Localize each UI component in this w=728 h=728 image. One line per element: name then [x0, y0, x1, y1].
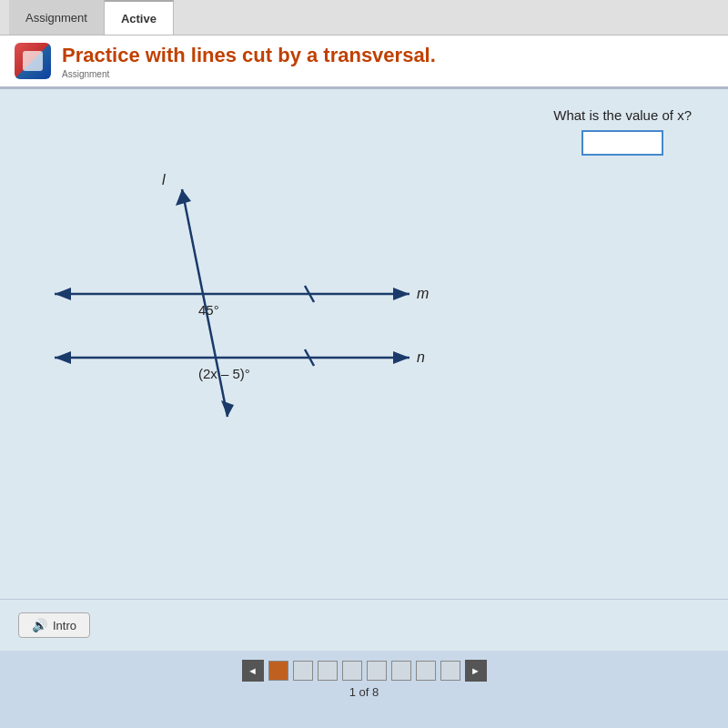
nav-prev-icon: ◄ — [248, 665, 258, 676]
question-area: What is the value of x? l — [0, 89, 728, 599]
nav-dot-8[interactable] — [440, 661, 460, 681]
svg-marker-8 — [55, 351, 71, 364]
tab-assignment-label: Assignment — [25, 11, 87, 25]
tab-assignment[interactable]: Assignment — [9, 0, 105, 35]
page-indicator: 1 of 8 — [349, 685, 379, 706]
question-text: What is the value of x? — [553, 107, 692, 123]
answer-input-box[interactable] — [581, 130, 663, 156]
line-l-label: l — [162, 172, 166, 187]
intro-button[interactable]: 🔊 Intro — [18, 612, 90, 638]
diagram-container: l m n 45° (2x – 5)° — [27, 116, 500, 462]
svg-marker-4 — [55, 288, 71, 300]
svg-marker-1 — [176, 189, 191, 206]
intro-button-label: Intro — [53, 619, 76, 632]
speaker-icon: 🔊 — [32, 618, 47, 632]
assignment-label: Assignment — [62, 69, 436, 79]
nav-dot-3[interactable] — [318, 661, 338, 681]
nav-prev-button[interactable]: ◄ — [242, 660, 264, 682]
svg-marker-9 — [393, 351, 410, 364]
tab-bar: Assignment Active — [0, 0, 728, 35]
nav-dot-5[interactable] — [367, 661, 387, 681]
nav-dot-1[interactable] — [268, 661, 288, 681]
angle2-label: (2x – 5)° — [198, 366, 250, 381]
nav-dot-7[interactable] — [416, 661, 436, 681]
svg-marker-5 — [393, 288, 410, 300]
question-box: What is the value of x? — [553, 107, 692, 159]
nav-next-icon: ► — [470, 665, 480, 676]
line-m-label: m — [417, 286, 429, 301]
assignment-icon — [15, 43, 51, 79]
nav-dot-2[interactable] — [293, 661, 313, 681]
nav-bar: ◄ ► 1 of 8 — [0, 651, 728, 715]
nav-dot-6[interactable] — [391, 661, 411, 681]
bottom-bar: 🔊 Intro — [0, 599, 728, 651]
nav-dot-4[interactable] — [342, 661, 362, 681]
svg-marker-2 — [221, 400, 234, 417]
assignment-header: Practice with lines cut by a transversal… — [0, 35, 728, 89]
tab-active[interactable]: Active — [105, 0, 174, 35]
line-n-label: n — [417, 349, 425, 365]
angle1-label: 45° — [198, 302, 219, 318]
page-title: Practice with lines cut by a transversal… — [62, 44, 436, 67]
geometry-diagram: l m n 45° (2x – 5)° — [27, 116, 500, 462]
nav-next-button[interactable]: ► — [465, 660, 487, 682]
tab-active-label: Active — [121, 12, 157, 25]
